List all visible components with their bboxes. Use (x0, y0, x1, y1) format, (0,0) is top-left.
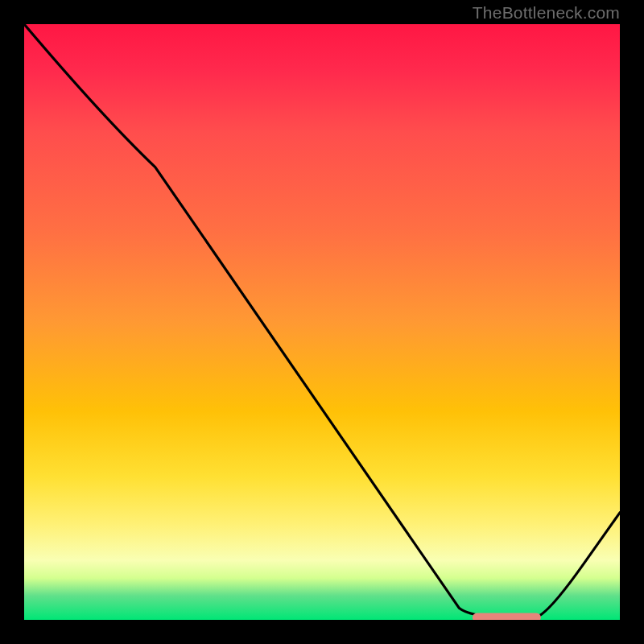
bottleneck-curve (24, 24, 620, 617)
chart-container: TheBottleneck.com (0, 0, 644, 644)
chart-svg (24, 24, 620, 620)
watermark-text: TheBottleneck.com (473, 3, 620, 23)
plot-area (24, 24, 620, 620)
